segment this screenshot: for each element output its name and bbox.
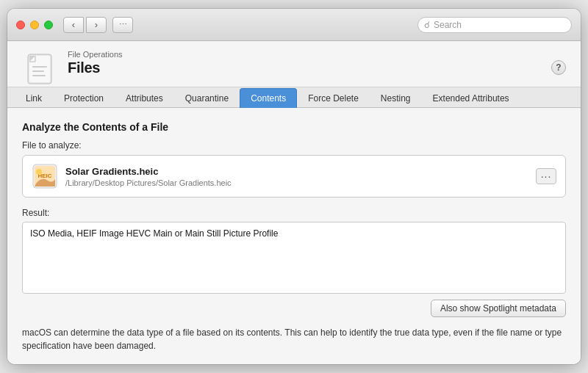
- tabs: Link Protection Attributes Quarantine Co…: [7, 87, 581, 108]
- maximize-button[interactable]: [44, 21, 53, 29]
- tab-protection[interactable]: Protection: [53, 88, 115, 108]
- spotlight-row: Also show Spotlight metadata: [22, 300, 566, 317]
- app-title: Files: [68, 59, 541, 76]
- tab-contents[interactable]: Contents: [240, 88, 297, 108]
- result-label: Result:: [22, 208, 566, 218]
- result-box: ISO Media, HEIF Image HEVC Main or Main …: [22, 222, 566, 294]
- forward-button[interactable]: ›: [86, 17, 107, 33]
- more-button[interactable]: ···: [536, 168, 556, 184]
- footer-text: macOS can determine the data type of a f…: [22, 326, 566, 352]
- titlebar: ‹ › ⋯ ☌: [7, 9, 581, 41]
- nav-buttons: ‹ ›: [63, 17, 107, 33]
- help-button[interactable]: ?: [551, 60, 566, 75]
- search-icon: ☌: [424, 20, 430, 30]
- file-path: /Library/Desktop Pictures/Solar Gradient…: [65, 178, 528, 187]
- section-title: Analyze the Contents of a File: [22, 121, 566, 133]
- tab-nesting[interactable]: Nesting: [370, 88, 422, 108]
- svg-point-10: [36, 169, 42, 175]
- app-icon: [22, 51, 57, 87]
- search-input[interactable]: [434, 20, 565, 30]
- file-label: File to analyze:: [22, 140, 566, 151]
- spotlight-button[interactable]: Also show Spotlight metadata: [431, 300, 566, 317]
- svg-rect-5: [32, 70, 44, 72]
- grid-button[interactable]: ⋯: [112, 17, 133, 33]
- tab-force-delete[interactable]: Force Delete: [297, 88, 370, 108]
- app-header: File Operations Files ?: [7, 41, 581, 87]
- traffic-lights: [16, 21, 53, 29]
- minimize-button[interactable]: [30, 21, 39, 29]
- close-button[interactable]: [16, 21, 25, 29]
- tab-attributes[interactable]: Attributes: [115, 88, 174, 108]
- app-subtitle: File Operations: [68, 50, 541, 59]
- search-box: ☌: [417, 17, 572, 33]
- file-box: HEIC Solar Gradients.heic /Library/Deskt…: [22, 155, 566, 198]
- tab-quarantine[interactable]: Quarantine: [174, 88, 240, 108]
- file-thumbnail: HEIC: [32, 163, 58, 189]
- result-text: ISO Media, HEIF Image HEVC Main or Main …: [30, 228, 278, 239]
- tab-extended-attributes[interactable]: Extended Attributes: [422, 88, 520, 108]
- back-button[interactable]: ‹: [63, 17, 84, 33]
- svg-rect-4: [32, 66, 47, 68]
- tab-link[interactable]: Link: [15, 88, 53, 108]
- window: ‹ › ⋯ ☌ File Operations Files: [7, 9, 581, 364]
- svg-rect-1: [29, 56, 50, 82]
- svg-rect-6: [32, 75, 46, 76]
- file-name: Solar Gradients.heic: [65, 166, 528, 177]
- file-details: Solar Gradients.heic /Library/Desktop Pi…: [65, 166, 528, 187]
- app-info: File Operations Files: [68, 50, 541, 82]
- content-area: Analyze the Contents of a File File to a…: [7, 108, 581, 364]
